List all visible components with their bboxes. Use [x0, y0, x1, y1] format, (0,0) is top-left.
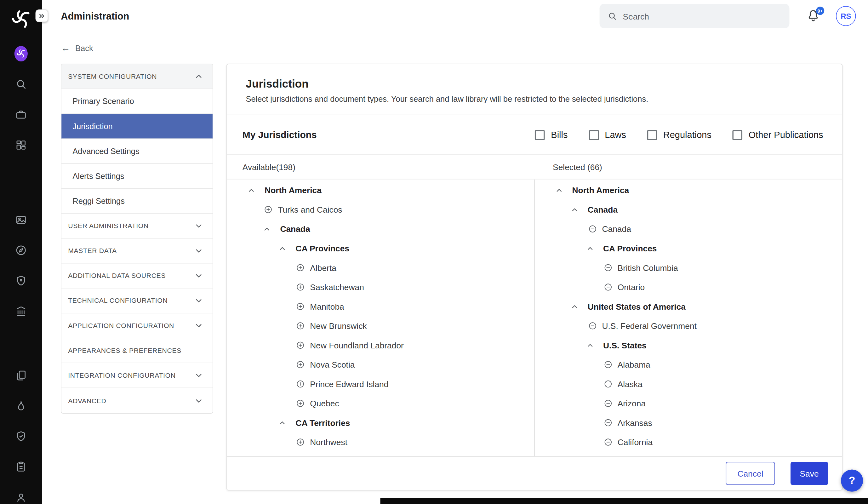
- save-button[interactable]: Save: [790, 462, 828, 485]
- collapse-icon[interactable]: [570, 205, 579, 214]
- tree-item[interactable]: British Columbia: [535, 258, 842, 278]
- sidebar-item-workspace[interactable]: [14, 47, 28, 60]
- add-icon[interactable]: [296, 302, 305, 311]
- tree-item[interactable]: Alabama: [535, 355, 842, 374]
- tree-group[interactable]: United States of America: [535, 297, 842, 316]
- tree-item[interactable]: Prince Edward Island: [227, 374, 534, 394]
- add-icon[interactable]: [264, 205, 273, 214]
- tree-item[interactable]: New Brunswick: [227, 316, 534, 336]
- tree-item[interactable]: Colorado: [535, 452, 842, 456]
- tree-group[interactable]: North America: [535, 181, 842, 200]
- tree-item[interactable]: Arkansas: [535, 413, 842, 432]
- tree-item[interactable]: Turks and Caicos: [227, 200, 534, 219]
- sidebar-item-security[interactable]: [14, 274, 28, 287]
- tree-item[interactable]: Canada: [535, 219, 842, 239]
- add-icon[interactable]: [296, 438, 305, 447]
- collapse-icon[interactable]: [554, 186, 563, 195]
- remove-icon[interactable]: [603, 263, 612, 272]
- tree-item[interactable]: Northwest: [227, 432, 534, 452]
- nav-item-reggi-settings[interactable]: Reggi Settings: [61, 189, 213, 214]
- selected-tree[interactable]: North America Canada Canada CA Prov: [535, 179, 842, 456]
- sidebar-item-flame[interactable]: [14, 399, 28, 412]
- tree-item[interactable]: Alberta: [227, 258, 534, 278]
- sidebar-item-media[interactable]: [14, 213, 28, 226]
- remove-icon[interactable]: [603, 418, 612, 428]
- add-icon[interactable]: [296, 399, 305, 408]
- nav-item-advanced-settings[interactable]: Advanced Settings: [61, 139, 213, 164]
- add-icon[interactable]: [296, 360, 305, 370]
- tree-item[interactable]: Arizona: [535, 394, 842, 413]
- help-button[interactable]: ?: [841, 470, 863, 492]
- remove-icon[interactable]: [588, 321, 597, 330]
- nav-item-primary-scenario[interactable]: Primary Scenario: [61, 89, 213, 114]
- nav-section-appearances-preferences[interactable]: APPEARANCES & PREFERENCES: [61, 338, 213, 363]
- checkbox-icon[interactable]: [733, 130, 743, 140]
- sidebar-item-dashboard[interactable]: [14, 138, 28, 152]
- cancel-button[interactable]: Cancel: [726, 462, 775, 485]
- remove-icon[interactable]: [603, 399, 612, 408]
- tree-item[interactable]: Alaska: [535, 374, 842, 394]
- sidebar-expand-button[interactable]: [35, 9, 48, 22]
- checkbox-icon[interactable]: [647, 130, 657, 140]
- collapse-icon[interactable]: [278, 418, 287, 427]
- sidebar-item-compass[interactable]: [14, 244, 28, 257]
- remove-icon[interactable]: [603, 379, 612, 389]
- collapse-icon[interactable]: [586, 244, 594, 253]
- nav-section-master-data[interactable]: MASTER DATA: [61, 239, 213, 264]
- checkbox-regulations[interactable]: Regulations: [647, 130, 712, 140]
- tree-group[interactable]: CA Provinces: [227, 239, 534, 258]
- remove-icon[interactable]: [603, 282, 612, 292]
- back-button[interactable]: ← Back: [61, 43, 93, 53]
- tree-group[interactable]: CA Provinces: [535, 239, 842, 258]
- add-icon[interactable]: [296, 340, 305, 350]
- notifications-button[interactable]: 9+: [806, 8, 822, 24]
- nav-section-advanced[interactable]: ADVANCED: [61, 388, 213, 413]
- remove-icon[interactable]: [603, 438, 612, 447]
- tree-group[interactable]: U.S. States: [535, 336, 842, 355]
- checkbox-icon[interactable]: [535, 130, 545, 140]
- collapse-icon[interactable]: [586, 341, 594, 350]
- nav-section-integration-configuration[interactable]: INTEGRATION CONFIGURATION: [61, 363, 213, 388]
- nav-item-jurisdiction[interactable]: Jurisdiction: [61, 114, 213, 139]
- remove-icon[interactable]: [588, 224, 597, 234]
- nav-section-user-administration[interactable]: USER ADMINISTRATION: [61, 214, 213, 238]
- nav-section-application-configuration[interactable]: APPLICATION CONFIGURATION: [61, 313, 213, 338]
- avatar[interactable]: RS: [836, 6, 856, 26]
- tree-item[interactable]: New Foundland Labrador: [227, 336, 534, 355]
- tree-item[interactable]: Quebec: [227, 394, 534, 413]
- tree-item[interactable]: U.S. Federal Government: [535, 316, 842, 336]
- checkbox-other-publications[interactable]: Other Publications: [733, 130, 823, 140]
- checkbox-laws[interactable]: Laws: [589, 130, 626, 140]
- search-input[interactable]: [623, 11, 782, 21]
- add-icon[interactable]: [296, 263, 305, 272]
- tree-group[interactable]: CA Territories: [227, 413, 534, 432]
- sidebar-item-library[interactable]: [14, 305, 28, 318]
- nav-section-technical-configuration[interactable]: TECHNICAL CONFIGURATION: [61, 289, 213, 313]
- tree-item[interactable]: Nunavut: [227, 452, 534, 456]
- checkbox-icon[interactable]: [589, 130, 599, 140]
- tree-group[interactable]: Canada: [535, 200, 842, 219]
- sidebar-item-search[interactable]: [14, 78, 28, 91]
- add-icon[interactable]: [296, 321, 305, 330]
- available-tree[interactable]: North America Turks and Caicos Canada: [227, 179, 535, 456]
- collapse-icon[interactable]: [247, 186, 256, 195]
- nav-item-alerts-settings[interactable]: Alerts Settings: [61, 164, 213, 189]
- tree-item[interactable]: Ontario: [535, 278, 842, 297]
- sidebar-item-documents[interactable]: [14, 369, 28, 382]
- remove-icon[interactable]: [603, 360, 612, 370]
- nav-section-additional-data-sources[interactable]: ADDITIONAL DATA SOURCES: [61, 264, 213, 289]
- collapse-icon[interactable]: [570, 302, 579, 311]
- tree-group[interactable]: Canada: [227, 219, 534, 239]
- nav-section-system-configuration[interactable]: SYSTEM CONFIGURATION: [61, 64, 213, 89]
- tree-group[interactable]: North America: [227, 181, 534, 200]
- sidebar-item-briefcase[interactable]: [14, 108, 28, 121]
- checkbox-bills[interactable]: Bills: [535, 130, 568, 140]
- search-box[interactable]: [600, 4, 789, 28]
- tree-item[interactable]: Manitoba: [227, 297, 534, 316]
- tree-item[interactable]: Saskatchewan: [227, 278, 534, 297]
- sidebar-item-tasks[interactable]: [14, 460, 28, 473]
- tree-item[interactable]: California: [535, 432, 842, 452]
- sidebar-item-profile[interactable]: [14, 491, 28, 504]
- collapse-icon[interactable]: [278, 244, 287, 253]
- add-icon[interactable]: [296, 282, 305, 292]
